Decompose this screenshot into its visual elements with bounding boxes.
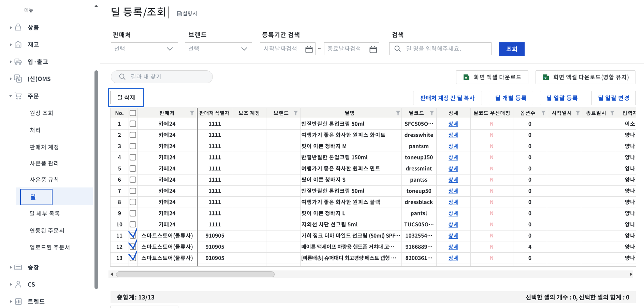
- svg-text:x: x: [544, 75, 547, 80]
- svg-text:x: x: [465, 75, 467, 80]
